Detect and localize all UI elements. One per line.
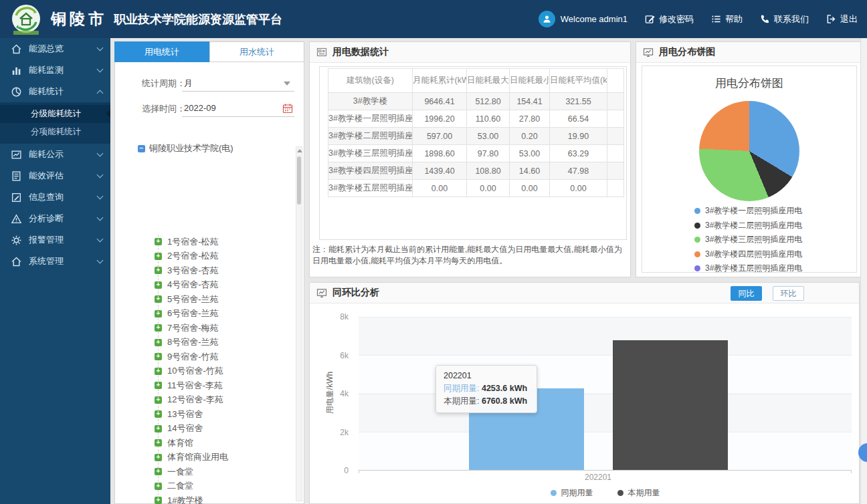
tree-item[interactable]: + 10号宿舍-竹苑 [115,364,293,379]
sidebar-item-alarm-management[interactable]: 报警管理 [0,229,110,251]
chevron-down-icon [97,193,104,200]
gridline [359,355,852,356]
tab-electricity-stats[interactable]: 用电统计 [114,41,209,62]
period-select[interactable]: 月 [184,78,193,90]
sidebar-item-analysis-diagnosis[interactable]: 分析诊断 [0,208,110,229]
expand-icon[interactable]: + [155,238,162,245]
scroll-up-icon[interactable] [297,149,302,152]
sidebar-item-energy-stats[interactable]: 能耗统计 [0,81,110,102]
expand-icon[interactable]: + [155,454,162,461]
change-password-button[interactable]: 修改密码 [645,13,694,25]
expand-icon[interactable]: + [155,339,162,346]
expand-icon[interactable]: + [155,267,162,274]
tree-item[interactable]: + 7号宿舍-梅苑 [115,321,293,336]
tab-water-stats[interactable]: 用水统计 [209,41,304,62]
period-underline [182,91,294,92]
tree-item[interactable]: + 体育馆 [115,436,293,451]
tree-item[interactable]: + 1号宿舍-松苑 [115,235,293,249]
scrollbar-thumb[interactable] [297,156,301,205]
tree-scrollbar[interactable] [296,146,302,501]
expand-icon[interactable]: + [155,253,162,260]
table-header-cell [607,69,624,93]
sidebar-item-efficiency-evaluation[interactable]: 能效评估 [0,165,110,186]
tree-item[interactable]: + 11号宿舍-李苑 [115,378,293,393]
cell-monthly-total: 1439.40 [413,162,467,180]
tree-item-label: 13号宿舍 [167,408,203,420]
bar-chart-plot [359,317,852,471]
sidebar-item-energy-overview[interactable]: 能源总览 [0,38,110,59]
tree-item[interactable]: + 4号宿舍-杏苑 [115,278,293,293]
expand-icon[interactable]: + [155,410,162,418]
sidebar-item-itemized-stats[interactable]: 分项能耗统计 [0,123,110,141]
expand-icon[interactable]: + [155,353,162,360]
calendar-icon[interactable] [282,103,293,114]
time-input[interactable]: 2022-09 [184,103,216,113]
tooltip-series-label: 本期用量: [444,396,479,406]
tree-item-label: 10号宿舍-竹苑 [167,365,223,377]
expand-icon[interactable]: + [155,281,162,289]
help-button[interactable]: 帮助 [711,13,743,25]
pie-legend: 3#教学楼一层照明插座用电 3#教学楼二层照明插座用电 3#教学楼三层照明插座用… [694,205,802,274]
tree-item[interactable]: + 二食堂 [115,479,293,494]
expand-icon[interactable]: + [155,324,162,332]
pie-chart[interactable] [699,101,799,201]
selector-panel: 统计周期： 月 选择时间： 2022-09 − 铜陵职业技术学院(电) + [114,62,304,504]
expand-icon[interactable]: + [155,425,162,432]
expand-icon[interactable]: + [155,483,162,490]
home-icon [11,43,22,55]
legend-item[interactable]: 3#教学楼一层照明插座用电 [694,205,802,217]
cell-monthly-total: 0.00 [413,180,467,197]
tree-item[interactable]: + 5号宿舍-兰苑 [115,292,293,307]
user-avatar[interactable] [539,11,555,27]
tree-item[interactable]: + 14号宿舍 [115,422,293,436]
tree-item-label: 9号宿舍-竹苑 [167,351,219,363]
gear-icon [11,235,22,246]
yoy-button[interactable]: 同比 [731,286,762,301]
sidebar-item-energy-publicity[interactable]: 能耗公示 [0,144,110,165]
sidebar-item-energy-monitor[interactable]: 能耗监测 [0,59,110,81]
gridline [359,394,852,394]
expand-icon[interactable]: + [155,439,162,447]
legend-item[interactable]: 3#教学楼五层照明插座用电 [694,263,802,274]
chevron-up-icon [97,90,104,96]
tree-item[interactable]: + 12号宿舍-李苑 [115,393,293,408]
legend-item[interactable]: 3#教学楼二层照明插座用电 [694,220,802,231]
expand-icon[interactable]: + [155,497,162,504]
tree-item[interactable]: + 2号宿舍-松苑 [115,249,293,264]
tree-item[interactable]: + 8号宿舍-兰苑 [115,336,293,350]
bar-current-period[interactable] [613,340,728,470]
mom-button[interactable]: 环比 [773,286,804,301]
page-scrollbar[interactable] [860,38,867,504]
expand-icon[interactable]: + [155,310,162,318]
legend-item[interactable]: 3#教学楼四层照明插座用电 [694,249,802,260]
tree-item[interactable]: + 6号宿舍-兰苑 [115,307,293,322]
expand-icon[interactable]: + [155,396,162,404]
expand-icon[interactable]: + [155,382,162,389]
tree-item[interactable]: + 体育馆商业用电 [115,451,293,465]
cell-daily-avg: 47.98 [550,162,607,180]
tree-item[interactable]: + 3号宿舍-杏苑 [115,263,293,278]
dropdown-arrow-icon[interactable] [284,82,290,86]
distribution-pie-panel: 用电分布饼图 用电分布饼图 3#教学楼一层照明插座用电 3#教学楼二层照明插座用… [636,41,863,277]
sidebar-label: 能耗监测 [29,64,91,76]
tree-item[interactable]: + 一食堂 [115,465,293,479]
logout-button[interactable]: 退出 [826,13,858,25]
collapse-icon[interactable]: − [138,145,145,152]
sidebar-item-system-management[interactable]: 系统管理 [0,251,110,272]
expand-icon[interactable]: + [155,295,162,303]
contact-us-button[interactable]: 联系我们 [760,13,809,25]
tree-item[interactable]: + 1#教学楼 [115,493,293,504]
sidebar-item-info-query[interactable]: 信息查询 [0,186,110,208]
expand-icon[interactable]: + [155,368,162,375]
cell-daily-min: 27.80 [510,110,550,128]
legend-item[interactable]: 同期用量 [551,487,593,499]
expand-icon[interactable]: + [155,468,162,475]
tree-item[interactable]: + 13号宿舍 [115,407,293,422]
chevron-down-icon [97,172,104,178]
sidebar-item-hierarchical-stats[interactable]: 分级能耗统计 [0,105,110,123]
tree-item[interactable]: + 9号宿舍-竹苑 [115,350,293,364]
tree-root-item[interactable]: − 铜陵职业技术学院(电) [115,141,293,156]
legend-item[interactable]: 3#教学楼三层照明插座用电 [694,234,802,245]
legend-item[interactable]: 本期用量 [617,487,660,499]
system-home-icon [11,256,22,267]
